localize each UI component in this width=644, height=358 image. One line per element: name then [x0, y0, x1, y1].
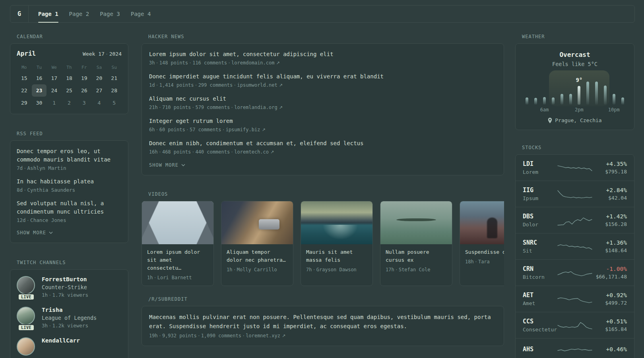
hn-item-domain[interactable]: loremdomain.com [231, 60, 274, 66]
calendar-day[interactable]: 16 [32, 72, 47, 84]
calendar-day[interactable]: 26 [77, 84, 92, 97]
calendar-day-next-month[interactable]: 2 [62, 97, 77, 109]
video-title: Lorem ipsum dolor sit amet consectetu… [147, 248, 208, 272]
avatar [17, 337, 36, 356]
video-card[interactable]: Lorem ipsum dolor sit amet consectetu… 1… [142, 201, 214, 286]
weather-card: Overcast Feels like 5°C 9° 6am2pm10pm Pr… [515, 43, 634, 130]
calendar-day-next-month[interactable]: 4 [92, 97, 107, 109]
dashboard-page: G Page 1 Page 2 Page 3 Page 4 CALENDAR A… [0, 0, 644, 358]
stock-sparkline [558, 188, 592, 200]
weather-chart: 9° 6am2pm10pm [523, 73, 627, 113]
calendar-day[interactable]: 17 [47, 72, 62, 84]
stock-ticker: AET [523, 292, 558, 299]
left-column: CALENDAR April Week 17·2024 Mo Tu We Th … [10, 34, 128, 358]
calendar-day[interactable]: 30 [32, 97, 47, 109]
rss-show-more-button[interactable]: SHOW MORE [17, 230, 122, 235]
calendar-day[interactable]: 28 [107, 84, 122, 97]
hn-show-more-button[interactable]: SHOW MORE [149, 162, 497, 168]
stock-row[interactable]: DBSDolor +1.42%$156.28 [516, 207, 634, 233]
stock-name: Bitcorn [523, 274, 558, 280]
twitch-channel-row[interactable]: KendallCarr [17, 337, 122, 356]
stock-price: $42.04 [592, 195, 627, 201]
tab-page-4[interactable]: Page 4 [131, 6, 151, 22]
video-card[interactable]: Mauris sit amet massa felis 7h·Grayson D… [301, 201, 373, 286]
calendar-grid: Mo Tu We Th Fr Sa Su 15 16 17 18 19 20 2… [17, 62, 122, 109]
reddit-post-title[interactable]: Maecenas mollis pulvinar erat non posuer… [149, 313, 491, 331]
rss-item-title[interactable]: In hac habitasse platea [17, 177, 122, 186]
hn-item-domain[interactable]: loremlandia.org [234, 105, 277, 110]
app-logo[interactable]: G [10, 6, 29, 22]
calendar-day-next-month[interactable]: 5 [107, 97, 122, 109]
stock-row[interactable]: SNRCSit +1.36%$148.64 [516, 233, 634, 259]
stock-sparkline [558, 214, 592, 226]
stock-sparkline [558, 319, 592, 331]
weather-bar [584, 82, 592, 105]
stocks-section-title: STOCKS [522, 145, 634, 150]
weather-bar [609, 94, 618, 105]
stock-ticker: AHS [523, 346, 558, 353]
streamer-name: KendallCarr [42, 337, 80, 344]
stock-sparkline [558, 162, 592, 174]
hn-item-title[interactable]: Integer eget rutrum lorem [149, 117, 497, 125]
rss-item-title[interactable]: Donec tempor eros leo, ut commodo mauris… [17, 147, 122, 164]
stock-row[interactable]: LDILorem +4.35%$795.18 [516, 155, 634, 181]
weather-time-label: 10pm [608, 107, 620, 113]
twitch-channel-row[interactable]: LIVE Trisha League of Legends 3h·1.2k vi… [17, 307, 122, 329]
stock-price: $499.72 [592, 300, 627, 306]
video-card[interactable]: Suspendisse diam 18h·Tara [460, 201, 504, 286]
hn-item-title[interactable]: Aliquam nec cursus elit [149, 95, 497, 103]
tab-page-1[interactable]: Page 1 [38, 6, 58, 22]
calendar-day-selected[interactable]: 23 [32, 84, 47, 97]
stock-row[interactable]: CCSConsectetur +0.51%$165.84 [516, 312, 634, 338]
video-meta: 17h·Stefan Cole [386, 267, 447, 272]
rss-item-title[interactable]: Sed volutpat nulla nisl, a condimentum n… [17, 199, 122, 216]
calendar-day[interactable]: 18 [62, 72, 77, 84]
calendar-day[interactable]: 29 [17, 97, 32, 109]
tab-page-2[interactable]: Page 2 [69, 6, 89, 22]
calendar-day[interactable]: 15 [17, 72, 32, 84]
weather-section-title: WEATHER [522, 34, 634, 39]
calendar-day[interactable]: 24 [47, 84, 62, 97]
calendar-month: April [17, 50, 36, 57]
stock-name: Lorem [523, 169, 558, 175]
hn-item-meta: 1d·1,414 points·299 comments·ipsumworld.… [149, 82, 497, 88]
stock-row[interactable]: CRNBitcorn -1.00%$66,171.48 [516, 259, 634, 286]
subreddit-section: /R/SUBREDDIT Maecenas mollis pulvinar er… [142, 296, 504, 346]
calendar-day[interactable]: 20 [92, 72, 107, 84]
calendar-day[interactable]: 22 [17, 84, 32, 97]
calendar-section-title: CALENDAR [17, 34, 128, 39]
calendar-day-next-month[interactable]: 3 [77, 97, 92, 109]
stock-row[interactable]: IIGIpsum +2.84%$42.04 [516, 181, 634, 207]
video-thumbnail [460, 201, 504, 244]
stock-row[interactable]: AETAmet +0.92%$499.72 [516, 286, 634, 312]
calendar-day[interactable]: 19 [77, 72, 92, 84]
video-card[interactable]: Aliquam tempor dolor nec pharetra… 1h·Mo… [221, 201, 293, 286]
video-meta: 18h·Tara [465, 259, 504, 265]
weather-time-label: 6am [540, 107, 549, 113]
stock-row[interactable]: AHS +0.46% [516, 338, 634, 358]
hn-item-meta: 3h·148 points·116 comments·loremdomain.c… [149, 60, 497, 66]
external-link-icon: ↗ [269, 150, 274, 155]
stock-change: +0.46% [592, 346, 627, 352]
calendar-day[interactable]: 25 [62, 84, 77, 97]
hn-item-domain[interactable]: loremtech.co [234, 149, 269, 155]
calendar-day-next-month[interactable]: 1 [47, 97, 62, 109]
calendar-day[interactable]: 21 [107, 72, 122, 84]
hn-item-domain[interactable]: ipsumworld.net [237, 82, 277, 88]
video-card[interactable]: Nullam posuere cursus ex 17h·Stefan Cole [380, 201, 452, 286]
calendar-day[interactable]: 27 [92, 84, 107, 97]
video-title: Aliquam tempor dolor nec pharetra… [227, 248, 288, 264]
hn-item-title[interactable]: Lorem ipsum dolor sit amet, consectetur … [149, 50, 497, 58]
stock-change: +0.51% [592, 318, 627, 325]
rss-item: In hac habitasse platea 8d·Cynthia Saund… [17, 177, 122, 193]
hn-item-domain[interactable]: ipsumify.biz [226, 127, 260, 132]
hn-item-title[interactable]: Donec enim nibh, condimentum et accumsan… [149, 139, 497, 148]
stock-ticker: SNRC [523, 239, 558, 246]
weather-highlight-temp: 9° [576, 77, 582, 83]
hn-item-title[interactable]: Donec imperdiet augue tincidunt felis al… [149, 72, 497, 81]
streamer-avatar [17, 276, 35, 294]
hacker-news-card: Lorem ipsum dolor sit amet, consectetur … [142, 43, 504, 175]
reddit-post-domain[interactable]: loremnet.xyz [246, 333, 280, 339]
twitch-channel-row[interactable]: LIVE ForrestBurton Counter-Strike 1h·1.7… [17, 276, 122, 298]
tab-page-3[interactable]: Page 3 [100, 6, 120, 22]
